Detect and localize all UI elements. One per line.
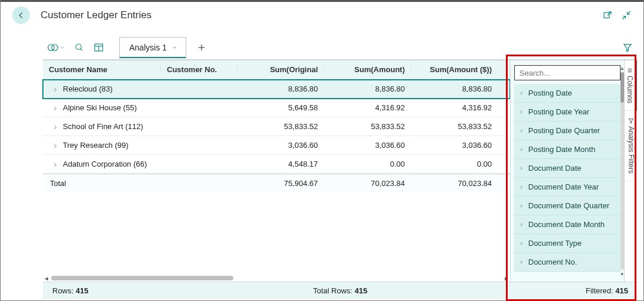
table-row[interactable]: Adatum Corporation (66)4,548.170.000.00 (43, 155, 510, 174)
field-label: Document Date Month (528, 220, 605, 229)
field-item[interactable]: Posting Date Year (514, 103, 620, 121)
customer-name: Adatum Corporation (66) (63, 160, 147, 168)
svg-point-5 (52, 45, 58, 51)
field-item[interactable]: Document Date Month (514, 215, 620, 234)
field-search-input[interactable] (514, 65, 620, 80)
customer-name: School of Fine Art (112) (63, 122, 143, 131)
total-orig: 75,904.67 (237, 179, 324, 188)
analysis-tab[interactable]: Analysis 1 (119, 37, 186, 58)
customer-name: Relecloud (83) (63, 84, 113, 93)
table-row[interactable]: Trey Research (99)3,036.603,036.603,036.… (43, 136, 510, 155)
field-label: Posting Date Quarter (528, 126, 600, 135)
field-label: Document Date (528, 164, 581, 173)
search-icon[interactable] (70, 37, 89, 58)
field-item[interactable]: Posting Date (514, 84, 620, 103)
data-grid: Customer Name Customer No. Sum(Original … (43, 60, 510, 282)
side-tab-columns-label: Columns (626, 76, 634, 103)
analysis-tab-label: Analysis 1 (129, 43, 167, 52)
expand-icon[interactable] (52, 86, 58, 92)
columns-panel: Posting DatePosting Date YearPosting Dat… (510, 60, 624, 282)
field-item[interactable]: Posting Date Month (514, 140, 620, 159)
field-label: Posting Date (528, 89, 572, 97)
main-area: Customer Name Customer No. Sum(Original … (43, 59, 638, 282)
status-bar: Rows: 415 Total Rows: 415 Filtered: 415 (43, 282, 638, 299)
cell-usd: 3,036.60 (411, 141, 498, 150)
col-sum-original[interactable]: Sum(Original (237, 65, 324, 74)
table-row[interactable]: School of Fine Art (112)53,833.5253,833.… (43, 117, 510, 136)
cell-orig: 8,836.80 (237, 84, 324, 93)
add-analysis-button[interactable] (190, 37, 213, 58)
rows-count: Rows: 415 (52, 286, 88, 295)
col-sum-amount-usd[interactable]: Sum(Amount ($)) (411, 65, 498, 74)
field-label: Document Date Year (528, 182, 599, 191)
collapse-icon[interactable] (621, 10, 632, 21)
page-header: Customer Ledger Entries (1, 2, 643, 30)
expand-icon[interactable] (52, 161, 58, 167)
svg-point-4 (48, 45, 55, 51)
field-label: Posting Date Month (528, 145, 595, 154)
customer-name: Trey Research (99) (63, 141, 129, 150)
customer-name: Alpine Ski House (55) (63, 103, 137, 112)
cell-usd: 53,833.52 (411, 122, 498, 131)
panel-scrollbar[interactable]: ▲ ▼ (619, 65, 625, 277)
total-amt: 70,023.84 (324, 179, 411, 188)
back-button[interactable] (12, 6, 30, 24)
svg-marker-13 (624, 45, 631, 52)
svg-line-7 (80, 49, 82, 50)
field-label: Document Date Quarter (528, 201, 609, 210)
cell-amt: 4,316.92 (324, 103, 411, 112)
total-rows-count: Total Rows: 415 (313, 286, 368, 295)
table-row[interactable]: Alpine Ski House (55)5,649.584,316.924,3… (43, 99, 510, 117)
field-item[interactable]: Document Type (514, 234, 620, 253)
col-customer-name[interactable]: Customer Name (43, 65, 160, 74)
side-tabs: Columns Analysis Filters (624, 60, 638, 282)
cell-amt: 53,833.52 (324, 122, 411, 131)
field-item[interactable]: Posting Date Quarter (514, 121, 620, 140)
total-usd: 70,023.84 (411, 179, 498, 188)
cell-orig: 3,036.60 (237, 141, 324, 150)
filtered-count: Filtered: 415 (586, 286, 628, 295)
cell-orig: 53,833.52 (237, 122, 324, 131)
cell-usd: 4,316.92 (411, 103, 498, 112)
total-label: Total (43, 179, 160, 188)
horizontal-scrollbar[interactable]: ◄ ► (43, 275, 510, 282)
col-customer-no[interactable]: Customer No. (160, 65, 237, 74)
expand-icon[interactable] (52, 123, 58, 129)
chevron-down-icon (172, 43, 177, 52)
field-label: Posting Date Year (528, 107, 589, 116)
open-in-new-icon[interactable] (602, 10, 613, 21)
expand-icon[interactable] (52, 104, 58, 110)
col-sum-amount[interactable]: Sum(Amount) (324, 65, 411, 74)
cell-amt: 0.00 (324, 160, 411, 168)
svg-marker-17 (629, 119, 633, 124)
svg-point-6 (76, 44, 81, 49)
total-row: Total 75,904.67 70,023.84 70,023.84 (43, 174, 510, 193)
pivot-mode-icon[interactable] (43, 37, 70, 58)
cell-amt: 3,036.60 (324, 141, 411, 150)
cell-amt: 8,836.80 (324, 84, 411, 93)
filter-icon[interactable] (618, 37, 638, 58)
svg-line-3 (628, 11, 630, 14)
layout-icon[interactable] (89, 37, 109, 58)
side-tab-columns[interactable]: Columns (625, 60, 637, 111)
svg-rect-0 (604, 13, 609, 18)
grid-header: Customer Name Customer No. Sum(Original … (43, 60, 510, 80)
cell-orig: 5,649.58 (237, 103, 324, 112)
field-item[interactable]: Document Date (514, 159, 620, 178)
svg-line-2 (622, 16, 625, 19)
table-row[interactable]: Relecloud (83)8,836.808,836.808,836.80 (43, 80, 510, 99)
cell-usd: 0.00 (411, 160, 498, 168)
cell-orig: 4,548.17 (237, 160, 324, 168)
page-title: Customer Ledger Entries (41, 9, 594, 21)
side-tab-filters[interactable]: Analysis Filters (626, 111, 636, 181)
field-label: Document Type (528, 239, 582, 248)
toolbar: Analysis 1 (43, 36, 638, 59)
cell-usd: 8,836.80 (411, 84, 498, 93)
expand-icon[interactable] (52, 142, 58, 148)
field-label: Document No. (528, 258, 577, 266)
side-tab-filters-label: Analysis Filters (627, 126, 635, 174)
field-item[interactable]: Document No. (514, 253, 620, 272)
field-item[interactable]: Document Date Year (514, 178, 620, 197)
field-item[interactable]: Document Date Quarter (514, 197, 620, 215)
